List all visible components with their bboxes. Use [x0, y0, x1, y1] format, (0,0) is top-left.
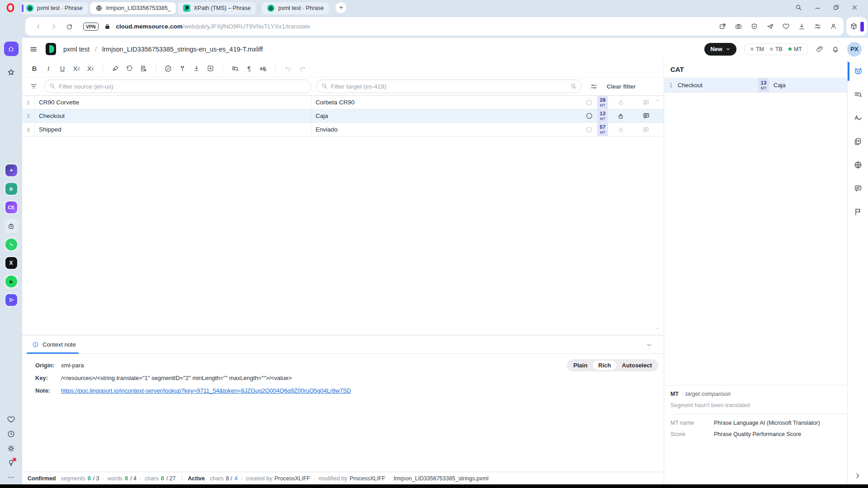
- confirm-circle-icon[interactable]: [581, 123, 597, 136]
- spotify-app[interactable]: [4, 274, 19, 289]
- segment-target[interactable]: Corbeta CR90: [311, 96, 581, 109]
- mode-autoselect-button[interactable]: Autoselect: [617, 361, 657, 370]
- easy-setup-sliders-icon[interactable]: [813, 22, 822, 31]
- whitespace-pilcrow-button[interactable]: ¶: [244, 63, 254, 74]
- confirm-circle-icon[interactable]: [581, 109, 597, 122]
- comment-icon[interactable]: [633, 109, 659, 122]
- shopping-corner-app[interactable]: [4, 219, 19, 233]
- new-button[interactable]: New: [704, 43, 736, 56]
- qa-spellcheck-icon[interactable]: [854, 113, 863, 122]
- url-text[interactable]: cloud.memsource.com/web/job/yJFXjfNO9RUT…: [116, 23, 311, 30]
- chatsonic-app[interactable]: CS: [4, 200, 19, 215]
- extension-cube-icon[interactable]: [850, 23, 858, 30]
- notifications-bell-icon[interactable]: [831, 45, 840, 53]
- lock-open-icon[interactable]: [608, 123, 633, 136]
- snapshot-camera-icon[interactable]: [734, 22, 743, 31]
- minimize-icon[interactable]: [814, 4, 821, 11]
- close-icon[interactable]: [851, 4, 858, 11]
- search-settings-icon[interactable]: [570, 83, 577, 89]
- aria-ai-app[interactable]: [4, 163, 19, 178]
- edit-page-icon[interactable]: [718, 22, 727, 31]
- shield-check-icon[interactable]: [750, 22, 759, 31]
- copy-format-brush-icon[interactable]: [110, 63, 120, 74]
- segment-source[interactable]: CR90 Corvette: [35, 96, 311, 109]
- subscript-button[interactable]: X2: [71, 63, 81, 74]
- lock-icon[interactable]: [104, 23, 111, 30]
- flag-icon[interactable]: [854, 207, 863, 216]
- favorites-heart-icon[interactable]: [7, 415, 15, 424]
- tb-status[interactable]: TB: [770, 46, 783, 52]
- attachment-paperclip-icon[interactable]: [816, 45, 824, 53]
- next-panel-chevron-icon[interactable]: [854, 472, 862, 480]
- note-link[interactable]: https://poc.lingoport.io/incontext-serve…: [61, 387, 351, 394]
- back-icon[interactable]: [35, 23, 42, 30]
- comments-icon[interactable]: [854, 184, 863, 193]
- browser-search-icon[interactable]: [795, 4, 802, 11]
- comment-icon[interactable]: [633, 123, 659, 136]
- copy-source-icon[interactable]: [138, 63, 148, 74]
- italic-button[interactable]: I: [43, 63, 53, 74]
- reload-icon[interactable]: [66, 23, 73, 30]
- chatgpt-app[interactable]: [4, 182, 19, 196]
- undo-icon[interactable]: [283, 63, 293, 74]
- bookmarks-star-icon[interactable]: [6, 68, 16, 77]
- sidebar-toggle-pill[interactable]: [860, 22, 864, 32]
- redo-icon[interactable]: [297, 63, 307, 74]
- heart-icon[interactable]: [781, 22, 791, 31]
- confirm-segment-icon[interactable]: [163, 63, 173, 74]
- segment-row-3[interactable]: 3 Shipped Enviado 57MT: [22, 123, 664, 136]
- tm-status[interactable]: TM: [750, 46, 764, 52]
- whatsapp-app[interactable]: [4, 237, 19, 252]
- add-term-icon[interactable]: [205, 63, 215, 74]
- collapse-panel-chevron-icon[interactable]: [646, 341, 653, 348]
- history-clock-icon[interactable]: [7, 430, 15, 438]
- cat-match-row[interactable]: 1 Checkout 13MT Caja: [664, 78, 847, 93]
- underline-button[interactable]: U: [57, 63, 67, 74]
- settings-gear-icon[interactable]: [7, 444, 15, 453]
- player-app[interactable]: [4, 293, 19, 307]
- clear-filter-button[interactable]: Clear filter: [607, 83, 636, 90]
- filter-funnel-icon[interactable]: [30, 83, 38, 90]
- browser-tab-lrmjson-active[interactable]: lrmjson_LID3356753385_st: [90, 2, 176, 14]
- x-app[interactable]: X: [4, 256, 19, 270]
- mode-rich-button[interactable]: Rich: [593, 361, 616, 370]
- send-icon[interactable]: [765, 22, 775, 31]
- browser-tab-pxml-2[interactable]: pxml test · Phrase: [262, 2, 329, 14]
- opera-menu-button[interactable]: [0, 0, 21, 15]
- home-button[interactable]: [4, 42, 19, 56]
- profile-icon[interactable]: [829, 22, 838, 31]
- concordance-search-icon[interactable]: [854, 90, 863, 99]
- filter-source-input[interactable]: [44, 80, 311, 93]
- forward-icon[interactable]: [50, 23, 57, 30]
- new-tab-button[interactable]: [335, 2, 346, 13]
- doc-plus-icon[interactable]: [854, 137, 863, 146]
- globe-icon[interactable]: [854, 160, 863, 169]
- tips-bulb-icon[interactable]: [7, 459, 15, 467]
- browser-tab-xpath[interactable]: XPath (TMS) – Phrase: [178, 2, 256, 14]
- user-avatar[interactable]: PX: [847, 42, 862, 56]
- lock-open-icon[interactable]: [608, 109, 633, 122]
- lock-open-icon[interactable]: [608, 96, 633, 109]
- segment-source[interactable]: Checkout: [35, 109, 311, 122]
- more-options-icon[interactable]: [7, 473, 15, 482]
- filter-options-sliders-icon[interactable]: [590, 83, 598, 90]
- concordance-search-icon[interactable]: [230, 63, 240, 74]
- spellcheck-ab-icon[interactable]: [258, 63, 268, 74]
- download-icon[interactable]: [797, 22, 807, 31]
- vpn-badge[interactable]: VPN: [83, 23, 99, 31]
- scroll-down-icon[interactable]: [655, 325, 660, 331]
- split-segment-icon[interactable]: [177, 63, 187, 74]
- restore-icon[interactable]: [833, 4, 840, 11]
- segment-source[interactable]: Shipped: [35, 123, 311, 136]
- mode-plain-button[interactable]: Plain: [568, 361, 593, 370]
- menu-hamburger-icon[interactable]: [29, 45, 38, 53]
- address-bar[interactable]: VPN cloud.memsource.com/web/job/yJFXjfNO…: [25, 17, 844, 36]
- superscript-button[interactable]: X2: [85, 63, 95, 74]
- segment-row-1[interactable]: 1 CR90 Corvette Corbeta CR90 28MT: [22, 96, 664, 109]
- scroll-up-icon[interactable]: [655, 98, 660, 103]
- join-segment-icon[interactable]: [191, 63, 201, 74]
- insert-tag-icon[interactable]: [124, 63, 134, 74]
- segment-row-2-selected[interactable]: 2 Checkout Caja 13MT: [22, 109, 664, 123]
- cat-panel-icon[interactable]: [854, 66, 863, 76]
- bold-button[interactable]: B: [29, 63, 39, 74]
